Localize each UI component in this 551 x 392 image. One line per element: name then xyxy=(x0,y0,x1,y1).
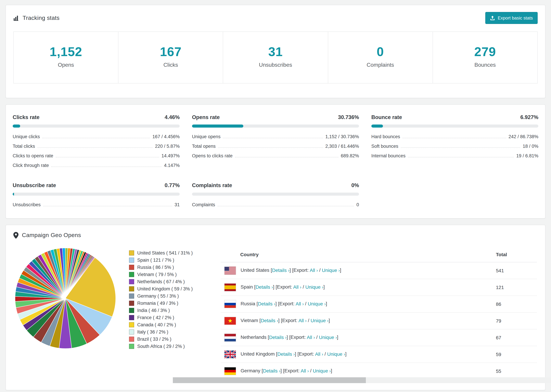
total-value: 86 xyxy=(493,296,537,313)
dotted-leader xyxy=(401,147,520,147)
export-unique-link[interactable]: Unique › xyxy=(327,351,345,357)
rate-row-label: Internal bounces xyxy=(371,153,406,158)
stat-value: 0 xyxy=(328,45,432,59)
dotted-leader xyxy=(235,157,338,157)
dotted-leader xyxy=(51,166,162,167)
country-name: Spain xyxy=(240,284,253,290)
legend-item: India ( 46 / 3% ) xyxy=(129,308,208,313)
rates-grid: Clicks rate4.46%Unique clicks167 / 4.456… xyxy=(13,114,538,209)
text: [ xyxy=(260,368,263,373)
export-all-link[interactable]: All › xyxy=(307,334,315,340)
country-cell: Vietnam [Details ›] [Export: All › / Uni… xyxy=(221,313,493,329)
text: [ xyxy=(275,351,277,357)
legend-label: Netherlands ( 67 / 4% ) xyxy=(137,279,185,284)
text: [ xyxy=(266,334,269,340)
export-unique-link[interactable]: Unique › xyxy=(308,301,326,306)
stat-box-bounces: 279Bounces xyxy=(433,32,537,83)
export-all-link[interactable]: All › xyxy=(293,284,302,290)
rate-head: Unsubscribe rate0.77% xyxy=(13,182,180,189)
text: ] xyxy=(323,284,325,290)
legend-swatch xyxy=(129,294,134,299)
rate-row-label: Hard bounces xyxy=(371,134,400,139)
rate-row-value: 18 / 0% xyxy=(523,143,538,149)
geo-table-body: United States [Details ›] [Export: All ›… xyxy=(221,262,537,379)
rate-row: Unique opens1,152 / 30.736% xyxy=(192,132,359,141)
total-value: 541 xyxy=(493,262,537,279)
chevron-right-icon: › xyxy=(300,284,301,290)
details-link[interactable]: Details › xyxy=(269,334,287,340)
rate-progress-fill xyxy=(371,125,383,128)
rate-row-label: Soft bounces xyxy=(371,143,398,149)
country-cell: Spain [Details ›] [Export: All › / Uniqu… xyxy=(221,279,493,296)
details-link[interactable]: Details › xyxy=(272,267,290,273)
legend-item: France ( 42 / 2% ) xyxy=(129,315,208,320)
scrollbar-thumb[interactable] xyxy=(173,377,366,383)
rate-row-label: Complaints xyxy=(192,202,215,207)
legend-label: Canada ( 40 / 2% ) xyxy=(137,322,176,327)
details-link[interactable]: Details › xyxy=(258,301,275,306)
text: ] [Export: xyxy=(273,284,293,290)
legend-item: Russia ( 86 / 5% ) xyxy=(129,265,208,270)
legend-swatch xyxy=(129,272,134,277)
export-all-link[interactable]: All › xyxy=(301,368,309,373)
chevron-right-icon: › xyxy=(322,284,323,290)
dotted-leader xyxy=(42,138,150,138)
stat-value: 167 xyxy=(118,45,223,59)
rate-row-label: Unsubscribes xyxy=(13,202,41,207)
legend-swatch xyxy=(129,265,134,270)
details-link[interactable]: Details › xyxy=(255,284,273,290)
text: / xyxy=(309,368,313,373)
export-unique-link[interactable]: Unique › xyxy=(319,334,337,340)
export-button-label: Export basic stats xyxy=(498,15,533,21)
legend-item: Italy ( 36 / 2% ) xyxy=(129,329,208,335)
horizontal-scrollbar[interactable] xyxy=(173,377,551,383)
legend-item: Canada ( 40 / 2% ) xyxy=(129,322,208,327)
export-unique-link[interactable]: Unique › xyxy=(305,284,323,290)
export-unique-link[interactable]: Unique › xyxy=(322,267,340,273)
details-link[interactable]: Details › xyxy=(277,351,295,357)
export-all-link[interactable]: All › xyxy=(296,301,304,306)
chevron-right-icon: › xyxy=(329,368,331,373)
table-row-us: United States [Details ›] [Export: All ›… xyxy=(221,262,537,279)
legend-label: France ( 42 / 2% ) xyxy=(137,315,174,320)
export-all-link[interactable]: All › xyxy=(315,351,323,357)
dotted-leader xyxy=(56,157,159,157)
chevron-right-icon: › xyxy=(316,268,318,273)
rate-value: 4.46% xyxy=(165,114,180,120)
chevron-right-icon: › xyxy=(302,301,304,306)
legend-swatch xyxy=(129,344,134,349)
rate-title: Opens rate xyxy=(192,114,220,120)
text: / xyxy=(307,318,311,323)
rate-row: Click through rate4.147% xyxy=(13,161,180,170)
rate-row-value: 19 / 6.81% xyxy=(516,153,538,158)
legend-item: United States ( 541 / 31% ) xyxy=(129,250,208,256)
text: ] xyxy=(337,334,338,340)
total-value: 121 xyxy=(493,279,537,296)
table-row-gb: United Kingdom [Details ›] [Export: All … xyxy=(221,346,537,363)
rate-head: Clicks rate4.46% xyxy=(13,114,180,120)
dotted-leader xyxy=(403,138,506,138)
export-all-link[interactable]: All › xyxy=(310,267,318,273)
rate-row-label: Click through rate xyxy=(13,163,49,168)
legend-swatch xyxy=(129,286,134,291)
total-column-header: Total xyxy=(493,247,537,262)
rate-block-complaints-rate: Complaints rate0%Complaints0 xyxy=(192,182,359,209)
text: ] [Export: xyxy=(278,318,298,323)
country-cell: Russia [Details ›] [Export: All › / Uniq… xyxy=(221,296,493,313)
rate-row-value: 167 / 4.456% xyxy=(152,134,180,139)
details-link[interactable]: Details › xyxy=(261,318,278,323)
legend-swatch xyxy=(129,315,134,320)
legend-swatch xyxy=(129,308,134,313)
details-link[interactable]: Details › xyxy=(263,368,281,373)
tracking-stats-header: Tracking stats Export basic stats xyxy=(6,5,545,31)
export-unique-link[interactable]: Unique › xyxy=(311,318,329,323)
legend-item: Vietnam ( 79 / 5% ) xyxy=(129,272,208,277)
legend-label: Italy ( 36 / 2% ) xyxy=(137,329,168,335)
text: ] xyxy=(340,267,341,273)
page: Tracking stats Export basic stats 1,152O… xyxy=(0,0,551,392)
export-basic-stats-button[interactable]: Export basic stats xyxy=(486,12,538,24)
rate-row: Complaints0 xyxy=(192,200,359,209)
export-all-link[interactable]: All › xyxy=(298,318,307,323)
rate-progress-bar xyxy=(192,125,359,128)
export-unique-link[interactable]: Unique › xyxy=(313,368,331,373)
